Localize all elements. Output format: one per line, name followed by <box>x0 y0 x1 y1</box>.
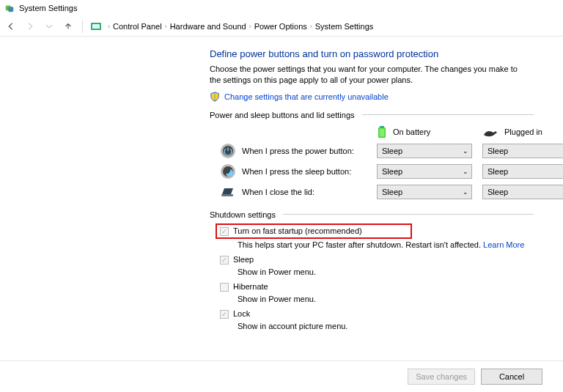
power-button-row-label: When I press the power button: <box>220 143 367 159</box>
fast-startup-label: Turn on fast startup (recommended) <box>233 226 362 235</box>
shutdown-settings-section: Shutdown settings ✓ Turn on fast startup… <box>210 210 534 330</box>
row-label-text: When I press the power button: <box>242 147 354 155</box>
power-button-icon <box>220 143 236 159</box>
section-legend: Power and sleep buttons and lid settings <box>210 111 358 119</box>
admin-link-row: Change settings that are currently unava… <box>210 92 535 102</box>
power-button-plugged-select[interactable]: Sleep ⌄ <box>482 144 563 158</box>
lid-plugged-select[interactable]: Sleep ⌄ <box>482 185 563 199</box>
chevron-down-icon: ⌄ <box>463 188 468 196</box>
up-button[interactable] <box>62 20 75 33</box>
breadcrumb-item[interactable]: Control Panel <box>113 22 162 31</box>
battery-icon <box>377 125 387 138</box>
power-plan-icon <box>4 3 15 13</box>
laptop-lid-icon <box>220 184 236 200</box>
breadcrumb-item[interactable]: System Settings <box>315 22 373 31</box>
plug-icon <box>482 127 498 137</box>
sleep-button-icon <box>220 163 236 180</box>
lid-row-label: When I close the lid: <box>220 184 367 200</box>
learn-more-link[interactable]: Learn More <box>483 240 524 249</box>
chevron-down-icon: ⌄ <box>463 147 468 155</box>
recent-locations-button[interactable] <box>43 20 56 33</box>
select-value: Sleep <box>382 167 402 176</box>
separator <box>283 214 534 215</box>
footer-buttons: Save changes Cancel <box>408 369 542 385</box>
separator <box>82 20 83 33</box>
sleep-sub: Show in Power menu. <box>238 267 534 276</box>
select-value: Sleep <box>487 147 508 155</box>
fast-startup-sub-text: This helps start your PC faster after sh… <box>238 240 481 249</box>
column-header-battery: On battery <box>377 125 472 138</box>
save-button[interactable]: Save changes <box>408 369 475 385</box>
content-area: Define power buttons and turn on passwor… <box>0 37 535 330</box>
power-button-battery-select[interactable]: Sleep ⌄ <box>377 144 472 158</box>
chevron-down-icon: ⌄ <box>463 168 468 175</box>
svg-rect-1 <box>8 7 13 12</box>
lid-battery-select[interactable]: Sleep ⌄ <box>377 185 472 199</box>
sleep-checkbox[interactable]: ✓ <box>220 256 229 265</box>
column-header-plugged: Plugged in <box>482 127 563 137</box>
window-title: System Settings <box>19 4 77 12</box>
navbar: › Control Panel › Hardware and Sound › P… <box>0 16 563 37</box>
hibernate-checkbox[interactable] <box>220 283 229 292</box>
shield-icon <box>210 92 220 102</box>
svg-rect-3 <box>92 24 100 29</box>
hibernate-label: Hibernate <box>233 282 268 291</box>
hibernate-sub: Show in Power menu. <box>238 295 534 303</box>
breadcrumb-item[interactable]: Hardware and Sound <box>170 22 246 31</box>
fast-startup-checkbox[interactable]: ✓ <box>220 227 229 236</box>
column-label: Plugged in <box>504 127 542 136</box>
fast-startup-sub: This helps start your PC faster after sh… <box>238 240 534 249</box>
lock-row: ✓ Lock <box>217 308 534 320</box>
back-button[interactable] <box>4 20 18 33</box>
select-value: Sleep <box>487 188 508 196</box>
titlebar: System Settings <box>0 0 563 16</box>
sleep-row: ✓ Sleep <box>217 254 534 266</box>
row-label-text: When I press the sleep button: <box>242 167 351 176</box>
change-unavailable-link[interactable]: Change settings that are currently unava… <box>224 92 389 101</box>
control-panel-icon <box>90 21 102 32</box>
hibernate-row: Hibernate <box>217 281 534 293</box>
footer-separator <box>0 360 563 361</box>
sleep-label: Sleep <box>233 255 254 264</box>
lock-sub: Show in account picture menu. <box>238 322 534 330</box>
svg-rect-4 <box>380 126 384 127</box>
row-label-text: When I close the lid: <box>242 188 314 196</box>
column-label: On battery <box>393 127 430 136</box>
page-title: Define power buttons and turn on passwor… <box>210 48 535 59</box>
sleep-button-plugged-select[interactable]: Sleep ⌄ <box>482 164 563 179</box>
lock-label: Lock <box>233 309 250 318</box>
select-value: Sleep <box>382 188 402 196</box>
sleep-button-battery-select[interactable]: Sleep ⌄ <box>377 164 472 179</box>
select-value: Sleep <box>382 147 402 155</box>
chevron-right-icon: › <box>310 23 312 30</box>
svg-rect-6 <box>380 128 385 136</box>
lock-checkbox[interactable]: ✓ <box>220 310 229 319</box>
section-legend: Shutdown settings <box>210 210 279 219</box>
cancel-button[interactable]: Cancel <box>481 369 542 385</box>
chevron-right-icon: › <box>108 23 110 30</box>
separator <box>362 114 534 115</box>
fast-startup-row: ✓ Turn on fast startup (recommended) <box>216 223 412 239</box>
breadcrumb: › Control Panel › Hardware and Sound › P… <box>108 22 373 31</box>
sleep-button-row-label: When I press the sleep button: <box>220 163 367 180</box>
chevron-right-icon: › <box>249 23 251 30</box>
page-description: Choose the power settings that you want … <box>210 64 525 86</box>
power-buttons-section: Power and sleep buttons and lid settings… <box>210 111 534 203</box>
forward-button[interactable] <box>23 20 37 33</box>
select-value: Sleep <box>487 167 508 176</box>
svg-rect-11 <box>221 194 233 196</box>
chevron-right-icon: › <box>165 23 167 30</box>
breadcrumb-item[interactable]: Power Options <box>254 22 307 31</box>
